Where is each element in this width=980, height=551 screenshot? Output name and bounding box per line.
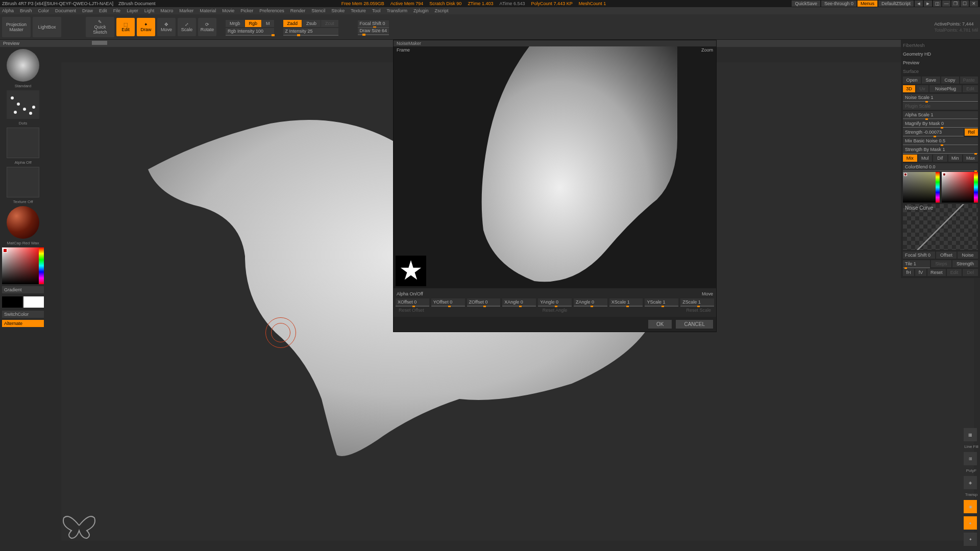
dif-button[interactable]: Dif: [933, 155, 947, 162]
edit-button[interactable]: Edit: [963, 85, 978, 92]
rotate-mode-button[interactable]: ⟳ Rotate: [198, 18, 216, 36]
linefill-button[interactable]: ▦: [964, 428, 977, 441]
3d-button[interactable]: 3D: [903, 85, 915, 92]
menu-movie[interactable]: Movie: [222, 8, 234, 13]
mix-basic-noise-slider[interactable]: Mix Basic Noise 0.5: [903, 137, 978, 144]
gradient-button[interactable]: Gradient: [2, 286, 44, 293]
draw-mode-button[interactable]: ✦ Draw: [137, 18, 155, 36]
menu-render[interactable]: Render: [290, 8, 306, 13]
alpha-scale-slider[interactable]: Alpha Scale 1: [903, 111, 978, 118]
geometryhd-section[interactable]: Geometry HD: [903, 51, 978, 58]
save-button[interactable]: Save: [922, 77, 940, 84]
menu-alpha[interactable]: Alpha: [2, 8, 14, 13]
yangle-slider[interactable]: YAngle 0: [538, 298, 572, 306]
menu-picker[interactable]: Picker: [240, 8, 253, 13]
strength-slider[interactable]: Strength -0.00073: [903, 129, 964, 136]
color-picker[interactable]: [2, 247, 44, 284]
strength-button[interactable]: Strength: [952, 260, 978, 267]
offset-button[interactable]: Offset: [936, 252, 957, 259]
zcut-button[interactable]: Zcut: [321, 20, 338, 27]
menu-brush[interactable]: Brush: [20, 8, 32, 13]
menu-stroke[interactable]: Stroke: [331, 8, 345, 13]
surface-section[interactable]: Surface: [903, 68, 978, 75]
copy-button[interactable]: Copy: [941, 77, 959, 84]
menu-file[interactable]: File: [113, 8, 121, 13]
zoffset-slider[interactable]: ZOffset 0: [467, 298, 501, 306]
restore-icon[interactable]: ❐: [951, 1, 960, 7]
yoffset-slider[interactable]: YOffset 0: [431, 298, 465, 306]
focal-shift-slider-2[interactable]: Focal Shift 0: [903, 252, 935, 259]
scale-mode-button[interactable]: ⤢ Scale: [178, 18, 196, 36]
seethrough-slider[interactable]: See-through 0: [821, 1, 856, 7]
paste-button[interactable]: Paste: [960, 77, 978, 84]
preview-section[interactable]: Preview: [903, 59, 978, 66]
transp-button[interactable]: ◈: [964, 476, 977, 489]
min-button[interactable]: Min: [948, 155, 963, 162]
alpha-onoff-button[interactable]: Alpha On/Off: [396, 290, 424, 297]
texture-thumbnail[interactable]: [7, 167, 39, 197]
menu-macro[interactable]: Macro: [160, 8, 173, 13]
fibermesh-section[interactable]: FiberMesh: [903, 42, 978, 49]
tile-slider[interactable]: Tile 1: [903, 260, 930, 267]
swatch-pair[interactable]: [2, 296, 44, 308]
menu-transform[interactable]: Transform: [386, 8, 407, 13]
z-intensity-slider[interactable]: Z Intensity 25: [283, 28, 338, 34]
edit-mode-button[interactable]: ⬚ Edit: [116, 18, 135, 36]
solo-button[interactable]: ●: [964, 516, 977, 530]
menu-zscript[interactable]: Zscript: [435, 8, 449, 13]
yscale-slider[interactable]: YScale 1: [645, 298, 678, 306]
xpose-button[interactable]: ✦: [964, 533, 977, 546]
noise-scale-slider[interactable]: Noise Scale 1: [903, 94, 978, 101]
reset-scale-button[interactable]: Reset Scale: [609, 307, 714, 314]
maximize-icon[interactable]: ☐: [961, 1, 969, 7]
xangle-slider[interactable]: XAngle 0: [502, 298, 536, 306]
menu-preferences[interactable]: Preferences: [259, 8, 284, 13]
arrow-left-icon[interactable]: ◄: [915, 1, 923, 7]
arrow-right-icon[interactable]: ►: [924, 1, 932, 7]
material-thumbnail[interactable]: [7, 206, 39, 239]
move-mode-button[interactable]: ✥ Move: [157, 18, 176, 36]
plugin-scale-slider[interactable]: Plugin Scale: [903, 103, 978, 110]
noiseplug-button[interactable]: NoisePlug: [929, 85, 962, 92]
rel-button[interactable]: Rel: [965, 129, 978, 136]
quicksave-button[interactable]: QuickSave: [792, 1, 820, 7]
menus-button[interactable]: Menus: [857, 1, 877, 7]
fh-button[interactable]: fH: [903, 269, 914, 276]
zadd-button[interactable]: Zadd: [283, 20, 302, 27]
color-picker-a[interactable]: [903, 172, 940, 203]
draw-size-slider[interactable]: Draw Size 64: [358, 28, 389, 34]
reset-angle-button[interactable]: Reset Angle: [502, 307, 607, 314]
menu-document[interactable]: Document: [55, 8, 76, 13]
switchcolor-button[interactable]: SwitchColor: [2, 311, 44, 318]
steps-button[interactable]: Steps: [931, 260, 951, 267]
max-button[interactable]: Max: [963, 155, 978, 162]
fv-button[interactable]: fV: [915, 269, 926, 276]
scrollbar-thumb[interactable]: [92, 41, 107, 45]
cancel-button[interactable]: CANCEL: [676, 320, 713, 329]
del-button[interactable]: Del: [963, 269, 978, 276]
alternate-button[interactable]: Alternate: [2, 320, 44, 327]
ok-button[interactable]: OK: [648, 320, 672, 329]
brush-thumbnail[interactable]: [7, 49, 39, 82]
uv-button[interactable]: Uv: [916, 85, 928, 92]
projection-master-button[interactable]: Projection Master: [2, 17, 31, 37]
lightbox-button[interactable]: LightBox: [33, 17, 61, 37]
noise-button[interactable]: Noise: [958, 252, 978, 259]
colorblend-slider[interactable]: ColorBlend 0.0: [903, 163, 978, 170]
mix-button[interactable]: Mix: [903, 155, 917, 162]
menu-stencil[interactable]: Stencil: [311, 8, 325, 13]
polyf-button[interactable]: ⊞: [964, 452, 977, 465]
xoffset-slider[interactable]: XOffset 0: [396, 298, 429, 306]
m-button[interactable]: M: [262, 20, 274, 27]
menu-draw[interactable]: Draw: [82, 8, 93, 13]
rgb-intensity-slider[interactable]: Rgb Intensity 100: [226, 28, 274, 34]
zscale-slider[interactable]: ZScale 1: [680, 298, 714, 306]
menu-color[interactable]: Color: [38, 8, 50, 13]
menu-edit[interactable]: Edit: [99, 8, 107, 13]
rgb-button[interactable]: Rgb: [245, 20, 262, 27]
menu-light[interactable]: Light: [144, 8, 155, 13]
stroke-thumbnail[interactable]: [7, 90, 39, 119]
magnify-mask-slider[interactable]: Magnify By Mask 0: [903, 120, 978, 127]
edit-button-2[interactable]: Edit: [947, 269, 962, 276]
split-icon[interactable]: ◫: [933, 1, 941, 7]
